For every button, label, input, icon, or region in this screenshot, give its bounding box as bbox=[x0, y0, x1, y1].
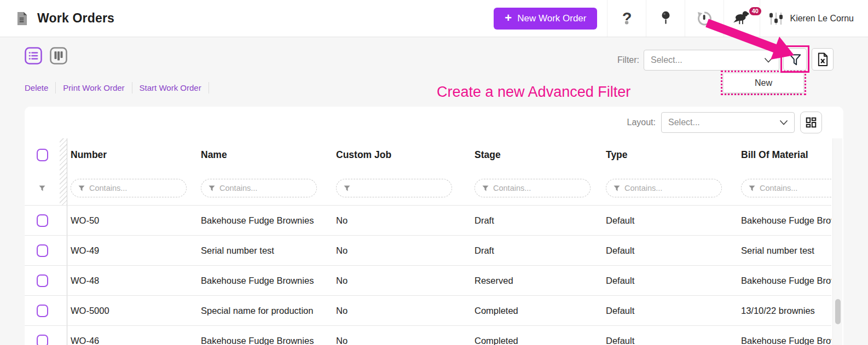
table-row[interactable]: WO-5000Special name for productionNoComp… bbox=[25, 295, 831, 325]
column-divider bbox=[60, 171, 67, 205]
table-row[interactable]: WO-49Serial number testNoDraftDefaultSer… bbox=[25, 235, 831, 265]
column-divider bbox=[60, 236, 67, 265]
row-checkbox[interactable] bbox=[37, 244, 48, 257]
row-checkbox[interactable] bbox=[37, 305, 48, 317]
cell-number: WO-5000 bbox=[67, 306, 198, 316]
column-header-name[interactable]: Name bbox=[198, 149, 333, 161]
cell-name: Serial number test bbox=[198, 245, 333, 256]
vertical-scrollbar[interactable] bbox=[832, 138, 842, 345]
column-divider bbox=[60, 206, 67, 235]
cell-type: Default bbox=[603, 306, 738, 316]
export-excel-icon bbox=[817, 52, 829, 67]
user-name: Kieren Le Cornu bbox=[790, 14, 854, 24]
chevron-down-icon bbox=[765, 58, 772, 63]
table-body: WO-50Bakehouse Fudge BrowniesNoDraftDefa… bbox=[25, 205, 831, 345]
column-filter-1[interactable] bbox=[201, 179, 317, 197]
export-excel-button[interactable] bbox=[812, 48, 834, 71]
cell-custom_job: No bbox=[333, 336, 471, 345]
divider bbox=[55, 82, 56, 93]
column-filter-input-5[interactable] bbox=[760, 184, 831, 192]
table-row[interactable]: WO-50Bakehouse Fudge BrowniesNoDraftDefa… bbox=[25, 205, 831, 235]
funnel-icon bbox=[39, 185, 45, 191]
app-header: Work Orders + New Work Order ? bbox=[0, 0, 868, 37]
funnel-icon bbox=[482, 185, 489, 191]
start-work-order-link[interactable]: Start Work Order bbox=[140, 83, 201, 92]
undo-icon bbox=[696, 10, 713, 27]
layout-select-value: Select... bbox=[668, 118, 700, 127]
column-filter-input-2[interactable] bbox=[355, 184, 444, 192]
pin-icon bbox=[662, 10, 670, 26]
pin-button[interactable] bbox=[646, 0, 685, 37]
scrollbar-thumb[interactable] bbox=[835, 299, 841, 324]
action-links: Delete Print Work Order Start Work Order bbox=[25, 82, 216, 93]
advanced-filter-button[interactable] bbox=[783, 48, 807, 71]
row-checkbox[interactable] bbox=[37, 214, 48, 227]
column-filter-0[interactable] bbox=[71, 179, 187, 197]
user-menu[interactable]: Kieren Le Cornu bbox=[760, 0, 868, 37]
table: NumberNameCustom JobStageTypeBill Of Mat… bbox=[25, 138, 831, 345]
layout-row: Layout: Select... bbox=[25, 107, 843, 138]
plus-icon: + bbox=[505, 12, 512, 24]
kanban-view-icon[interactable] bbox=[50, 47, 67, 65]
column-divider bbox=[60, 326, 67, 345]
filter-menu-item-new[interactable]: New bbox=[723, 73, 804, 93]
cell-type: Default bbox=[603, 336, 738, 345]
row-checkbox[interactable] bbox=[37, 274, 48, 287]
layout-grid-button[interactable] bbox=[800, 112, 822, 133]
layout-label: Layout: bbox=[627, 118, 656, 127]
column-filter-4[interactable] bbox=[606, 179, 722, 197]
column-divider bbox=[60, 296, 67, 325]
filter-label: Filter: bbox=[617, 55, 639, 65]
list-view-icon[interactable] bbox=[25, 47, 42, 65]
column-header-type[interactable]: Type bbox=[603, 149, 738, 161]
column-header-custom-job[interactable]: Custom Job bbox=[333, 149, 471, 161]
cell-stage: Completed bbox=[471, 306, 603, 316]
document-icon bbox=[16, 11, 28, 26]
table-row[interactable]: WO-48Bakehouse Fudge BrowniesNoReservedD… bbox=[25, 265, 831, 295]
new-work-order-label: New Work Order bbox=[517, 13, 586, 24]
cell-bom: Serial number test bbox=[738, 245, 831, 256]
column-filter-input-0[interactable] bbox=[89, 184, 179, 192]
new-work-order-button[interactable]: + New Work Order bbox=[494, 8, 597, 30]
table-row[interactable]: WO-46Bakehouse Fudge BrowniesNoCompleted… bbox=[25, 325, 831, 345]
column-header-stage[interactable]: Stage bbox=[471, 149, 603, 161]
column-header-number[interactable]: Number bbox=[67, 149, 198, 161]
funnel-icon bbox=[749, 185, 755, 191]
column-filter-input-3[interactable] bbox=[493, 184, 583, 192]
cell-custom_job: No bbox=[333, 276, 471, 286]
column-header-bill-of-material[interactable]: Bill Of Material bbox=[738, 149, 831, 161]
chevron-down-icon bbox=[780, 120, 788, 125]
column-filter-input-4[interactable] bbox=[624, 184, 714, 192]
funnel-icon bbox=[344, 185, 350, 191]
cell-stage: Draft bbox=[471, 215, 603, 226]
cell-number: WO-48 bbox=[67, 276, 198, 286]
layout-grid-icon bbox=[805, 116, 817, 128]
filter-funnel-icon bbox=[788, 52, 802, 67]
cell-custom_job: No bbox=[333, 215, 471, 226]
cell-number: WO-46 bbox=[67, 336, 198, 345]
print-work-order-link[interactable]: Print Work Order bbox=[63, 83, 124, 92]
annotation-dotted-box: New bbox=[721, 71, 806, 95]
divider bbox=[209, 82, 209, 93]
notifications-button[interactable]: 40 bbox=[724, 0, 760, 37]
cell-bom: Bakehouse Fudge Brownies bbox=[738, 215, 831, 226]
help-button[interactable]: ? bbox=[607, 0, 646, 37]
select-all-checkbox[interactable] bbox=[37, 149, 48, 161]
cell-type: Default bbox=[603, 276, 738, 286]
column-filter-3[interactable] bbox=[474, 179, 591, 197]
table-filter-row bbox=[25, 171, 831, 205]
cell-custom_job: No bbox=[333, 306, 471, 316]
column-filter-5[interactable] bbox=[741, 179, 831, 197]
delete-link[interactable]: Delete bbox=[25, 83, 48, 92]
column-filter-input-1[interactable] bbox=[219, 184, 309, 192]
layout-select[interactable]: Select... bbox=[661, 112, 795, 133]
title-group: Work Orders bbox=[0, 11, 114, 26]
cell-name: Bakehouse Fudge Brownies bbox=[198, 215, 333, 226]
funnel-icon bbox=[78, 185, 85, 191]
column-divider bbox=[60, 266, 67, 295]
undo-button[interactable] bbox=[685, 0, 724, 37]
column-filter-2[interactable] bbox=[336, 179, 452, 197]
row-checkbox[interactable] bbox=[37, 335, 48, 345]
annotation-text: Create a new Advanced Filter bbox=[437, 84, 630, 101]
filter-select[interactable]: Select... bbox=[644, 50, 779, 71]
